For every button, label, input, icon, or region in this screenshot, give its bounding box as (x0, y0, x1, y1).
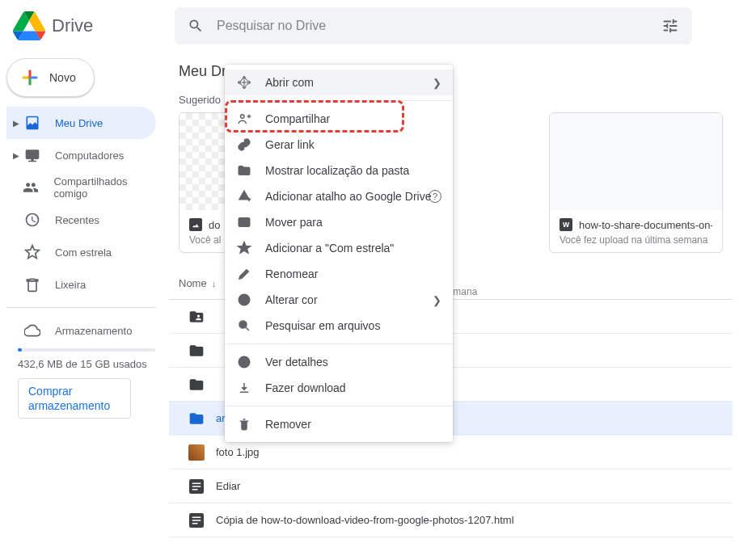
svg-point-15 (243, 296, 245, 297)
nav-label: Lixeira (55, 279, 86, 291)
gdoc-icon (189, 479, 204, 494)
file-row[interactable]: Ediar (169, 469, 733, 503)
sidebar-item-recent[interactable]: ▶ Recentes (6, 204, 156, 236)
drive-icon (24, 115, 40, 131)
nav-label: Recentes (55, 214, 99, 226)
menu-remove[interactable]: Remover (225, 411, 453, 437)
storage-used-text: 432,6 MB de 15 GB usados (18, 358, 156, 370)
drive-logo-icon (13, 10, 45, 42)
search-bar[interactable] (175, 7, 692, 44)
photo-thumb-icon (188, 444, 205, 461)
download-icon (237, 381, 251, 395)
svg-text:W: W (563, 221, 570, 229)
search-input[interactable] (217, 19, 652, 33)
file-name: Cópia de how-to-download-video-from-goog… (216, 514, 514, 526)
svg-rect-8 (192, 516, 201, 518)
menu-rename[interactable]: Renomear (225, 261, 453, 287)
color-icon (237, 293, 251, 307)
nav-label: Compartilhados comigo (53, 175, 146, 200)
chevron-right-icon: ▶ (13, 151, 21, 160)
star-icon (237, 241, 251, 255)
menu-label: Adicionar a "Com estrela" (265, 242, 394, 255)
new-button[interactable]: Novo (6, 58, 95, 97)
menu-show-location[interactable]: Mostrar localização da pasta (225, 158, 453, 183)
tune-icon[interactable] (661, 17, 679, 35)
link-icon (237, 137, 251, 152)
divider (6, 307, 156, 308)
menu-divider (225, 100, 453, 101)
context-menu: Abrir com ❯ Compartilhar Gerar link Most… (225, 65, 453, 442)
chevron-right-icon: ▶ (13, 119, 21, 128)
chevron-right-icon: ❯ (433, 77, 441, 89)
app-title: Drive (52, 15, 93, 36)
sidebar: Novo ▶ Meu Drive ▶ Computadores ▶ Compar… (0, 52, 163, 560)
nav-label: Meu Drive (55, 117, 103, 129)
open-icon (237, 75, 251, 90)
card-filename: how-to-share-documents-on-... (579, 219, 712, 231)
svg-point-11 (241, 115, 245, 119)
file-row[interactable]: Cópia de how-to-download-video-from-goog… (169, 503, 733, 537)
logo-area[interactable]: Drive (13, 10, 175, 42)
menu-change-color[interactable]: Alterar cor ❯ (225, 287, 453, 313)
menu-search-files[interactable]: Pesquisar em arquivos (225, 313, 453, 339)
menu-view-details[interactable]: Ver detalhes (225, 349, 453, 375)
search-icon (237, 318, 251, 333)
svg-rect-5 (192, 486, 201, 487)
svg-point-16 (246, 297, 247, 299)
svg-rect-9 (192, 520, 201, 521)
menu-get-link[interactable]: Gerar link (225, 132, 453, 158)
list-header-name: Nome (179, 277, 207, 289)
word-icon: W (560, 218, 572, 231)
menu-label: Fazer download (265, 381, 346, 394)
buy-storage-button[interactable]: Comprar armazenamento (18, 378, 131, 419)
sidebar-item-storage[interactable]: ▶ Armazenamento (6, 314, 156, 347)
storage-fill (18, 348, 22, 352)
folder-open-icon (237, 163, 251, 178)
svg-rect-10 (192, 523, 198, 524)
menu-add-starred[interactable]: Adicionar a "Com estrela" (225, 235, 453, 261)
card-subtitle: Você fez upload na última semana (560, 234, 712, 246)
drive-add-icon (237, 189, 251, 204)
recent-icon (24, 212, 40, 228)
star-icon (24, 244, 40, 260)
new-button-label: Novo (49, 71, 76, 84)
svg-point-17 (239, 321, 247, 328)
folder-shared-icon (188, 309, 205, 325)
file-name: Ediar (216, 480, 240, 492)
cloud-icon (24, 322, 40, 339)
shared-icon (23, 179, 39, 196)
menu-share[interactable]: Compartilhar (225, 106, 453, 132)
menu-add-shortcut[interactable]: Adicionar atalho ao Google Drive ? (225, 183, 453, 209)
sidebar-item-starred[interactable]: ▶ Com estrela (6, 236, 156, 268)
menu-label: Mostrar localização da pasta (265, 164, 409, 177)
sidebar-item-computers[interactable]: ▶ Computadores (6, 139, 156, 171)
menu-label: Abrir com (265, 76, 314, 89)
sidebar-item-my-drive[interactable]: ▶ Meu Drive (6, 107, 156, 139)
folder-icon (188, 343, 205, 359)
suggested-card[interactable]: W how-to-share-documents-on-... Você fez… (549, 112, 723, 253)
rename-icon (237, 267, 251, 281)
chevron-right-icon: ❯ (433, 294, 441, 306)
help-icon: ? (429, 190, 441, 203)
card-preview (550, 113, 722, 210)
storage-bar (18, 348, 155, 352)
image-icon (189, 218, 202, 231)
menu-move-to[interactable]: Mover para (225, 209, 453, 235)
svg-point-14 (241, 297, 243, 299)
svg-rect-4 (192, 482, 201, 484)
menu-label: Compartilhar (265, 112, 330, 125)
menu-label: Mover para (265, 216, 323, 229)
svg-rect-0 (189, 218, 202, 231)
move-icon (237, 215, 251, 229)
file-name: foto 1.jpg (216, 446, 260, 458)
sidebar-item-trash[interactable]: ▶ Lixeira (6, 268, 156, 301)
sort-arrow-icon: ↓ (212, 279, 217, 288)
gdoc-icon (189, 513, 204, 528)
trash-icon (24, 276, 40, 293)
menu-open-with[interactable]: Abrir com ❯ (225, 69, 453, 95)
menu-label: Ver detalhes (265, 356, 328, 368)
computers-icon (24, 147, 40, 163)
menu-label: Adicionar atalho ao Google Drive (265, 190, 431, 203)
menu-download[interactable]: Fazer download (225, 375, 453, 401)
sidebar-item-shared[interactable]: ▶ Compartilhados comigo (6, 171, 156, 204)
